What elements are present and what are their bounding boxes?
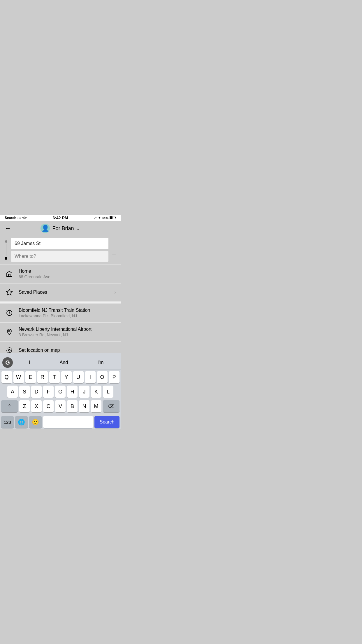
key-o[interactable]: O: [97, 371, 108, 383]
status-bar: Search ▪▪▪ 6:42 PM ↗ ✦ 44%: [0, 215, 121, 221]
key-x[interactable]: X: [31, 400, 42, 412]
key-z[interactable]: Z: [19, 400, 30, 412]
keyboard[interactable]: G I And I'm Q W E R T Y U I O P: [0, 353, 121, 429]
newark-subtitle: 3 Brewster Rd, Newark, NJ: [19, 332, 116, 337]
destination-input[interactable]: [11, 251, 108, 262]
suggestions-list: I And I'm: [14, 359, 118, 366]
key-w[interactable]: W: [13, 371, 24, 383]
saved-places-content: Saved Places: [19, 290, 110, 295]
key-i[interactable]: I: [85, 371, 96, 383]
key-row-1: Q W E R T Y U I O P: [1, 371, 120, 383]
suggestion-im[interactable]: I'm: [95, 359, 106, 366]
saved-places-icon: [5, 288, 14, 297]
home-content: Home 68 Greenrale Ave: [19, 269, 116, 279]
key-e[interactable]: E: [25, 371, 36, 383]
origin-dot: [5, 240, 7, 243]
route-area: +: [0, 236, 121, 265]
home-title: Home: [19, 269, 116, 274]
svg-point-8: [7, 348, 12, 353]
header-chevron-icon[interactable]: ⌄: [76, 226, 80, 231]
newark-title: Newark Liberty International Airport: [19, 327, 116, 332]
saved-places-chevron-icon: ›: [114, 289, 116, 295]
bloomfield-title: Bloomfield NJ Transit Train Station: [19, 308, 116, 313]
key-p[interactable]: P: [109, 371, 120, 383]
back-button[interactable]: ←: [5, 225, 11, 232]
keyboard-suggestions: G I And I'm: [0, 356, 121, 370]
key-g[interactable]: G: [55, 386, 66, 398]
numbers-key[interactable]: 123: [1, 416, 14, 428]
wifi-icon: [22, 216, 27, 220]
google-icon: G: [2, 357, 13, 368]
keyboard-rows: Q W E R T Y U I O P A S D F G H J K: [0, 370, 121, 416]
bottom-row: 123 🌐 🙂 Search: [0, 416, 121, 429]
svg-rect-1: [115, 217, 116, 218]
key-r[interactable]: R: [37, 371, 48, 383]
shift-key[interactable]: ⇧: [1, 400, 18, 412]
header-center[interactable]: 👤 For Brian ⌄: [41, 224, 80, 233]
delete-key[interactable]: ⌫: [103, 400, 120, 412]
key-n[interactable]: N: [79, 400, 89, 412]
avatar: 👤: [41, 224, 50, 233]
header: ← 👤 For Brian ⌄: [0, 221, 121, 236]
svg-rect-3: [8, 274, 10, 276]
suggestion-i[interactable]: I: [27, 359, 32, 366]
saved-places-title: Saved Places: [19, 290, 110, 295]
status-time: 6:42 PM: [53, 216, 68, 220]
header-user-name: For Brian: [52, 225, 74, 232]
home-item[interactable]: Home 68 Greenrale Ave: [0, 265, 121, 284]
status-right: ↗ ✦ 44%: [94, 216, 116, 220]
key-m[interactable]: M: [91, 400, 101, 412]
key-u[interactable]: U: [73, 371, 84, 383]
bloomfield-subtitle: Lackawanna Plz, Bloomfield, NJ: [19, 314, 116, 318]
key-k[interactable]: K: [91, 386, 101, 398]
suggestion-and[interactable]: And: [57, 359, 70, 366]
set-location-title: Set location on map: [19, 348, 116, 353]
app-name: Search: [5, 216, 16, 220]
key-l[interactable]: L: [103, 386, 113, 398]
status-left: Search ▪▪▪: [5, 216, 27, 220]
location-icon: ↗: [94, 216, 97, 220]
key-h[interactable]: H: [67, 386, 78, 398]
add-stop-button[interactable]: +: [112, 238, 116, 262]
bloomfield-content: Bloomfield NJ Transit Train Station Lack…: [19, 308, 116, 318]
route-dots: [5, 238, 8, 262]
svg-rect-2: [110, 216, 113, 219]
svg-point-7: [8, 349, 10, 351]
key-s[interactable]: S: [19, 386, 30, 398]
history-icon: [5, 308, 14, 318]
key-f[interactable]: F: [43, 386, 54, 398]
key-d[interactable]: D: [31, 386, 42, 398]
dest-dot: [5, 257, 7, 260]
key-j[interactable]: J: [79, 386, 89, 398]
space-key[interactable]: [43, 416, 93, 428]
key-c[interactable]: C: [43, 400, 54, 412]
svg-point-6: [9, 330, 10, 332]
signal-icon: ▪▪▪: [17, 216, 21, 220]
key-t[interactable]: T: [49, 371, 60, 383]
key-y[interactable]: Y: [61, 371, 72, 383]
home-subtitle: 68 Greenrale Ave: [19, 274, 116, 279]
key-v[interactable]: V: [55, 400, 66, 412]
origin-input[interactable]: [11, 238, 108, 249]
key-row-3: ⇧ Z X C V B N M ⌫: [1, 400, 120, 412]
home-icon: [5, 269, 14, 279]
route-line: [6, 244, 6, 256]
search-key[interactable]: Search: [94, 416, 120, 428]
key-b[interactable]: B: [67, 400, 78, 412]
newark-content: Newark Liberty International Airport 3 B…: [19, 327, 116, 337]
key-q[interactable]: Q: [1, 371, 12, 383]
newark-item[interactable]: Newark Liberty International Airport 3 B…: [0, 323, 121, 342]
key-a[interactable]: A: [7, 386, 18, 398]
battery-icon: [110, 216, 116, 220]
location-pin-icon: [5, 327, 14, 337]
route-inputs: [11, 238, 108, 262]
battery-text: 44%: [102, 216, 108, 220]
set-location-content: Set location on map: [19, 348, 116, 353]
bloomfield-item[interactable]: Bloomfield NJ Transit Train Station Lack…: [0, 304, 121, 323]
bluetooth-icon: ✦: [98, 216, 101, 220]
avatar-icon: 👤: [41, 225, 49, 232]
emoji-key[interactable]: 🙂: [29, 416, 42, 428]
globe-key[interactable]: 🌐: [15, 416, 28, 428]
key-row-2: A S D F G H J K L: [1, 386, 120, 398]
saved-places-item[interactable]: Saved Places ›: [0, 284, 121, 301]
